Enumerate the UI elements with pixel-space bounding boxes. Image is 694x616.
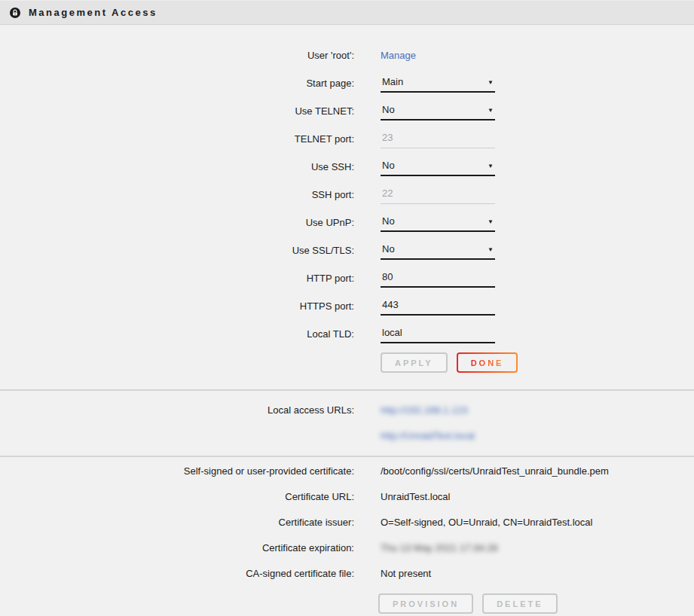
field-label-cert-bundle: Self-signed or user-provided certificate… (0, 465, 354, 477)
certificate-button-row: PROVISION DELETE (0, 593, 694, 614)
select-value: No (382, 215, 395, 227)
select-value: Main (382, 76, 403, 87)
form-row-use-ssh: Use SSH: No ▼ (0, 153, 694, 181)
field-label-ca-cert-file: CA-signed certificate file: (0, 568, 354, 579)
field-label-user-root: User 'root': (0, 50, 354, 61)
form-row-use-upnp: Use UPnP: No ▼ (0, 209, 694, 236)
field-label-use-ssh: Use SSH: (0, 161, 354, 172)
cert-row-issuer: Certificate issuer: O=Self-signed, OU=Un… (0, 509, 694, 535)
form-row-http-port: HTTP port: (0, 264, 694, 292)
field-label-http-port: HTTP port: (0, 273, 354, 284)
dropdown-arrow-icon: ▼ (488, 247, 494, 255)
local-access-url-hostname[interactable]: http://UnraidTest.local (381, 430, 475, 441)
cert-row-bundle: Self-signed or user-provided certificate… (0, 458, 694, 483)
cert-issuer-value: O=Self-signed, OU=Unraid, CN=UnraidTest.… (354, 517, 694, 528)
local-access-url-ip[interactable]: http://192.168.1.123 (381, 404, 468, 416)
form-row-telnet-port: TELNET port: (0, 125, 694, 153)
local-access-row: Local access URLs: http://192.168.1.123 (0, 397, 694, 422)
local-access-section: Local access URLs: http://192.168.1.123 … (0, 391, 694, 453)
management-access-form: User 'root': Manage Start page: Main ▼ U… (0, 25, 694, 380)
done-button[interactable]: DONE (457, 352, 518, 373)
lock-circle-icon (9, 7, 21, 19)
certificate-section: Self-signed or user-provided certificate… (0, 457, 694, 614)
form-row-use-ssl: Use SSL/TLS: No ▼ (0, 236, 694, 264)
use-ssh-select[interactable]: No ▼ (381, 158, 495, 176)
use-ssl-select[interactable]: No ▼ (381, 242, 495, 260)
local-tld-input[interactable] (381, 325, 495, 343)
telnet-port-input (381, 130, 495, 148)
field-label-start-page: Start page: (0, 78, 354, 89)
dropdown-arrow-icon: ▼ (488, 108, 494, 115)
select-value: No (382, 104, 395, 115)
select-value: No (382, 243, 395, 255)
field-label-use-ssl: Use SSL/TLS: (0, 245, 354, 256)
form-row-user-root: User 'root': Manage (0, 41, 694, 69)
cert-row-url: Certificate URL: UnraidTest.local (0, 483, 694, 509)
cert-bundle-path: /boot/config/ssl/certs/UnraidTest_unraid… (354, 465, 694, 477)
form-row-https-port: HTTPS port: (0, 292, 694, 320)
cert-url-value: UnraidTest.local (354, 491, 694, 502)
field-label-https-port: HTTPS port: (0, 300, 354, 312)
field-label-ssh-port: SSH port: (0, 189, 354, 200)
done-button-label: DONE (471, 358, 504, 367)
https-port-input[interactable] (381, 297, 495, 316)
field-label-use-upnp: Use UPnP: (0, 217, 354, 228)
manage-root-link[interactable]: Manage (381, 50, 416, 61)
field-label-use-telnet: Use TELNET: (0, 105, 354, 117)
page-title: Management Access (29, 7, 157, 18)
use-telnet-select[interactable]: No ▼ (381, 102, 495, 120)
dropdown-arrow-icon: ▼ (488, 80, 494, 87)
cert-row-expiration: Certificate expiration: Thu 13 May 2021 … (0, 535, 694, 560)
apply-button[interactable]: APPLY (381, 352, 448, 373)
use-upnp-select[interactable]: No ▼ (381, 214, 495, 232)
select-value: No (382, 160, 395, 171)
field-label-local-tld: Local TLD: (0, 328, 354, 340)
cert-expiration-value: Thu 13 May 2021 17:34:28 (381, 542, 497, 553)
form-row-use-telnet: Use TELNET: No ▼ (0, 97, 694, 125)
http-port-input[interactable] (381, 270, 495, 288)
local-access-row: http://UnraidTest.local (0, 422, 694, 448)
dropdown-arrow-icon: ▼ (488, 163, 494, 171)
start-page-select[interactable]: Main ▼ (381, 75, 495, 93)
form-row-start-page: Start page: Main ▼ (0, 69, 694, 97)
form-row-local-tld: Local TLD: (0, 320, 694, 348)
field-label-cert-url: Certificate URL: (0, 491, 354, 502)
provision-button[interactable]: PROVISION (378, 593, 473, 614)
ca-cert-file-value: Not present (354, 568, 694, 579)
form-row-ssh-port: SSH port: (0, 181, 694, 209)
field-label-cert-expiration: Certificate expiration: (0, 542, 354, 553)
cert-row-ca-file: CA-signed certificate file: Not present (0, 560, 694, 586)
dropdown-arrow-icon: ▼ (488, 219, 494, 227)
section-header: Management Access (0, 0, 694, 25)
field-label-cert-issuer: Certificate issuer: (0, 517, 354, 528)
field-label-telnet-port: TELNET port: (0, 133, 354, 145)
field-label-local-access-urls: Local access URLs: (0, 404, 354, 416)
delete-button[interactable]: DELETE (482, 593, 557, 614)
ssh-port-input (381, 186, 495, 204)
form-button-row: APPLY DONE (0, 352, 694, 373)
